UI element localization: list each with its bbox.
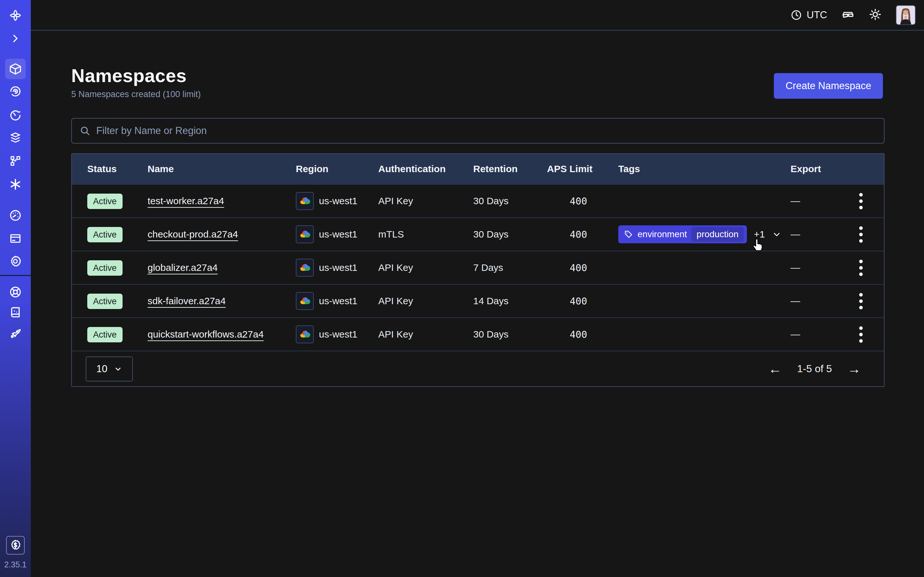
tag-key: environment [638, 229, 687, 239]
sidebar-item-nexus[interactable] [8, 177, 23, 192]
row-menu-button[interactable] [856, 190, 866, 213]
region-label: us-west1 [319, 295, 357, 306]
page-range: 1-5 of 5 [797, 363, 832, 375]
pricing-dollar-badge-icon[interactable] [6, 536, 25, 554]
table-row[interactable]: Active checkout-prod.a27a4 us-west1 [72, 218, 884, 251]
status-badge: Active [87, 260, 123, 276]
col-retention: Retention [473, 163, 547, 174]
col-authentication: Authentication [378, 163, 473, 174]
gcp-cloud-icon [296, 259, 314, 277]
sidebar-item-workflows[interactable] [8, 84, 23, 99]
tag-value: production [691, 227, 744, 242]
namespace-link[interactable]: checkout-prod.a27a4 [148, 229, 238, 239]
expand-chevron-icon[interactable] [8, 31, 23, 46]
region-label: us-west1 [319, 229, 357, 240]
row-menu-button[interactable] [856, 290, 866, 313]
region-label: us-west1 [319, 262, 357, 273]
next-page-button[interactable]: → [847, 362, 861, 376]
col-tags: Tags [618, 163, 790, 174]
table-footer: 10 ← 1-5 of 5 → [72, 351, 884, 386]
sun-theme-icon[interactable] [869, 8, 882, 22]
col-status: Status [87, 163, 148, 174]
gcp-cloud-icon [296, 292, 314, 310]
row-menu-button[interactable] [856, 223, 866, 246]
app-version: 2.35.1 [0, 560, 31, 569]
aps-limit-value: 400 [547, 229, 587, 240]
tag-pill[interactable]: environment production [618, 226, 747, 243]
page-size-value: 10 [96, 363, 107, 375]
col-aps-limit: APS Limit [547, 163, 618, 174]
gcp-cloud-icon [296, 326, 314, 343]
col-name: Name [148, 163, 296, 174]
table-row[interactable]: Active globalizer.a27a4 us-west1 AP [72, 251, 884, 284]
col-region: Region [296, 163, 378, 174]
filter-box [71, 118, 885, 143]
page-title: Namespaces [71, 65, 885, 86]
retention-label: 30 Days [473, 329, 547, 340]
sidebar-item-namespaces[interactable] [5, 59, 26, 79]
auth-label: API Key [378, 262, 473, 273]
gcp-cloud-icon [296, 192, 314, 210]
prev-page-button[interactable]: ← [768, 362, 782, 376]
aps-limit-value: 400 [547, 329, 587, 340]
sidebar-item-deployments[interactable] [8, 130, 23, 145]
aps-limit-value: 400 [547, 295, 587, 307]
page-subtitle: 5 Namespaces created (100 limit) [71, 89, 885, 99]
export-value: — [790, 295, 800, 306]
timezone-selector[interactable]: UTC [790, 9, 827, 21]
sidebar-item-docs[interactable] [8, 305, 23, 320]
avatar[interactable] [896, 5, 916, 25]
tags-more-count: +1 [754, 229, 765, 240]
table-row[interactable]: Active quickstart-workflows.a27a4 us-wes… [72, 318, 884, 351]
sidebar-item-support[interactable] [8, 284, 23, 300]
status-badge: Active [87, 293, 123, 309]
export-value: — [790, 329, 800, 340]
region-label: us-west1 [319, 329, 357, 340]
export-value: — [790, 262, 800, 273]
region-label: us-west1 [319, 195, 357, 206]
row-menu-button[interactable] [856, 256, 866, 279]
clock-icon [790, 9, 802, 21]
chevron-down-icon [114, 365, 122, 373]
namespace-link[interactable]: sdk-failover.a27a4 [148, 295, 226, 306]
retention-label: 30 Days [473, 229, 547, 240]
auth-label: mTLS [378, 229, 473, 240]
glasses-icon[interactable] [841, 8, 855, 23]
sidebar-item-settings[interactable] [8, 253, 23, 269]
tag-icon [624, 230, 633, 239]
auth-label: API Key [378, 329, 473, 340]
sidebar-item-usage[interactable] [8, 208, 23, 223]
namespace-link[interactable]: quickstart-workflows.a27a4 [148, 329, 264, 340]
main-content: Namespaces 5 Namespaces created (100 lim… [31, 31, 924, 577]
table-body: Active test-worker.a27a4 us-west1 A [72, 184, 884, 351]
auth-label: API Key [378, 295, 473, 306]
retention-label: 14 Days [473, 295, 547, 306]
retention-label: 7 Days [473, 262, 547, 273]
sidebar-item-schedules[interactable] [8, 108, 23, 123]
table-row[interactable]: Active test-worker.a27a4 us-west1 A [72, 184, 884, 218]
filter-input[interactable] [96, 125, 876, 137]
sidebar-item-billing[interactable] [8, 231, 23, 246]
auth-label: API Key [378, 195, 473, 206]
export-value: — [790, 229, 800, 240]
sidebar-item-workers[interactable] [8, 153, 23, 169]
status-badge: Active [87, 227, 123, 242]
table-header: Status Name Region Authentication Retent… [72, 154, 884, 184]
namespace-link[interactable]: globalizer.a27a4 [148, 262, 218, 273]
namespace-link[interactable]: test-worker.a27a4 [148, 195, 224, 206]
table-row[interactable]: Active sdk-failover.a27a4 us-west1 [72, 284, 884, 318]
aps-limit-value: 400 [547, 262, 587, 274]
temporal-logo[interactable] [8, 8, 23, 23]
page-size-select[interactable]: 10 [86, 356, 133, 382]
row-menu-button[interactable] [856, 323, 866, 346]
col-export: Export [790, 163, 884, 174]
export-value: — [790, 195, 800, 206]
create-namespace-button[interactable]: Create Namespace [774, 73, 883, 99]
sidebar-item-getting-started[interactable] [8, 326, 23, 341]
tags-expand-chevron[interactable] [772, 229, 782, 239]
timezone-label: UTC [806, 9, 827, 21]
namespaces-table: Status Name Region Authentication Retent… [71, 153, 885, 387]
tags-cell: environment production +1 [618, 226, 790, 243]
status-badge: Active [87, 327, 123, 342]
aps-limit-value: 400 [547, 195, 587, 207]
